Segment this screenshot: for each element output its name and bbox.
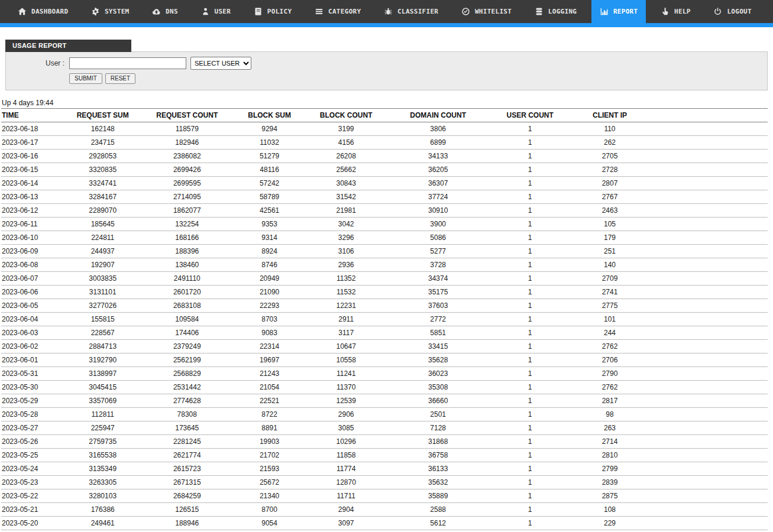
table-cell: 2023-05-25 [1, 449, 63, 462]
nav-item-report[interactable]: REPORT [591, 0, 646, 23]
nav-item-help[interactable]: HELP [652, 0, 699, 23]
nav-item-policy[interactable]: POLICY [245, 0, 300, 23]
table-row: 2023-06-032285671744069083311758511244 [1, 326, 768, 340]
database-icon [535, 7, 544, 16]
table-cell: 3135349 [63, 462, 143, 476]
table-cell: 2839 [568, 476, 651, 489]
nav-item-dashboard[interactable]: DASHBOARD [9, 0, 76, 23]
table-cell: 34374 [384, 272, 491, 286]
nav-item-category[interactable]: CATEGORY [306, 0, 369, 23]
table-cell: 3117 [308, 326, 384, 340]
column-header: REQUEST COUNT [143, 109, 231, 122]
table-cell: 2023-06-18 [1, 122, 63, 136]
table-cell: 1 [491, 462, 568, 476]
table-cell-filler [651, 367, 768, 381]
table-cell-filler [651, 231, 768, 245]
nav-item-dns[interactable]: DNS [144, 0, 186, 23]
table-cell: 2379249 [143, 340, 231, 353]
table-cell: 36133 [384, 462, 491, 476]
nav-item-whitelist[interactable]: WHITELIST [453, 0, 520, 23]
top-navbar: DASHBOARD SYSTEM DNS USER POLICY CATEGOR… [0, 0, 773, 23]
table-cell: 2741 [568, 286, 651, 299]
nav-item-logging[interactable]: LOGGING [526, 0, 585, 23]
table-cell: 42561 [231, 204, 308, 218]
user-select[interactable]: SELECT USER [190, 57, 251, 70]
table-cell: 8924 [231, 245, 308, 258]
table-cell: 1 [491, 435, 568, 449]
table-row: 2023-05-24313534926157232159311774361331… [1, 462, 768, 476]
table-cell: 126515 [143, 503, 231, 517]
table-row: 2023-06-181621481185799294319938061110 [1, 122, 768, 136]
usage-report-section: USAGE REPORT User : SELECT USER SUBMIT R… [5, 40, 768, 90]
table-cell-filler [651, 218, 768, 231]
table-cell: 5851 [384, 326, 491, 340]
table-cell: 101 [568, 313, 651, 326]
table-cell: 11711 [308, 489, 384, 503]
submit-button[interactable]: SUBMIT [69, 73, 102, 84]
column-header: DOMAIN COUNT [384, 109, 491, 122]
table-cell: 2023-06-02 [1, 340, 63, 353]
user-label: User : [6, 59, 69, 67]
table-row: 2023-05-2811281178308872229062501198 [1, 408, 768, 421]
table-cell: 12231 [308, 299, 384, 313]
table-cell: 1 [491, 272, 568, 286]
column-header: BLOCK SUM [231, 109, 308, 122]
table-cell: 2807 [568, 177, 651, 190]
table-cell-filler [651, 272, 768, 286]
table-cell: 1 [491, 204, 568, 218]
table-cell: 21593 [231, 462, 308, 476]
table-cell: 2023-05-28 [1, 408, 63, 421]
table-cell-filler [651, 177, 768, 190]
table-cell: 2588 [384, 503, 491, 517]
table-cell: 3277026 [63, 299, 143, 313]
table-cell: 1 [491, 517, 568, 530]
reset-button[interactable]: RESET [105, 73, 135, 84]
table-cell: 2463 [568, 204, 651, 218]
nav-item-user[interactable]: USER [193, 0, 240, 23]
table-cell: 11774 [308, 462, 384, 476]
table-cell: 3728 [384, 258, 491, 272]
table-cell: 22293 [231, 299, 308, 313]
table-row: 2023-05-29335706927746282252112539366601… [1, 394, 768, 408]
table-body: 2023-06-18162148118579929431993806111020… [1, 122, 768, 530]
table-cell: 98 [568, 408, 651, 421]
table-cell: 2810 [568, 449, 651, 462]
table-cell: 8700 [231, 503, 308, 517]
table-cell: 2772 [384, 313, 491, 326]
table-cell-filler [651, 353, 768, 367]
table-cell: 3045415 [63, 381, 143, 394]
table-cell: 2621774 [143, 449, 231, 462]
user-input[interactable] [69, 57, 186, 69]
table-cell: 234715 [63, 136, 143, 150]
table-cell: 229 [568, 517, 651, 530]
table-cell: 48116 [231, 163, 308, 177]
table-cell: 10296 [308, 435, 384, 449]
table-row: 2023-06-12228907018620774256121981309101… [1, 204, 768, 218]
table-cell: 35175 [384, 286, 491, 299]
table-cell: 37724 [384, 190, 491, 204]
table-cell: 1 [491, 218, 568, 231]
table-cell: 35628 [384, 353, 491, 367]
table-cell: 8891 [231, 421, 308, 435]
nav-item-logout[interactable]: LOGOUT [705, 0, 760, 23]
table-cell: 36660 [384, 394, 491, 408]
table-cell-filler [651, 462, 768, 476]
table-cell: 3284167 [63, 190, 143, 204]
nav-item-classifier[interactable]: CLASSIFIER [376, 0, 447, 23]
table-cell: 1 [491, 489, 568, 503]
table-cell: 138460 [143, 258, 231, 272]
table-cell: 2904 [308, 503, 384, 517]
home-icon [18, 7, 27, 16]
table-cell: 2875 [568, 489, 651, 503]
table-cell: 1862077 [143, 204, 231, 218]
table-cell: 9083 [231, 326, 308, 340]
table-cell-filler [651, 136, 768, 150]
nav-item-system[interactable]: SYSTEM [83, 0, 138, 23]
table-cell: 174406 [143, 326, 231, 340]
table-cell: 3324741 [63, 177, 143, 190]
table-cell-filler [651, 299, 768, 313]
table-cell: 1 [491, 449, 568, 462]
table-cell: 3296 [308, 231, 384, 245]
table-cell: 21981 [308, 204, 384, 218]
table-cell: 2884713 [63, 340, 143, 353]
